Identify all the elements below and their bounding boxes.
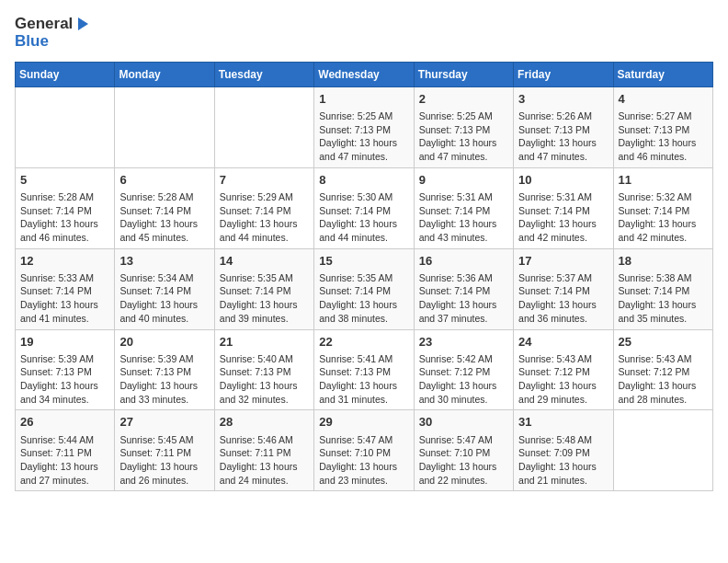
day-number: 22	[319, 334, 408, 350]
calendar-cell: 29Sunrise: 5:47 AM Sunset: 7:10 PM Dayli…	[314, 410, 414, 491]
header-row: SundayMondayTuesdayWednesdayThursdayFrid…	[16, 62, 713, 86]
calendar-cell: 19Sunrise: 5:39 AM Sunset: 7:13 PM Dayli…	[16, 329, 115, 410]
day-number: 6	[119, 172, 209, 189]
calendar-cell: 24Sunrise: 5:43 AM Sunset: 7:12 PM Dayli…	[514, 329, 613, 410]
header-day-thursday: Thursday	[414, 62, 513, 86]
calendar-cell: 23Sunrise: 5:42 AM Sunset: 7:12 PM Dayli…	[414, 329, 513, 410]
day-number: 11	[619, 172, 708, 189]
day-info: Sunrise: 5:35 AM Sunset: 7:14 PM Dayligh…	[220, 271, 309, 326]
page-header: General Blue	[15, 15, 713, 51]
calendar-body: 1Sunrise: 5:25 AM Sunset: 7:13 PM Daylig…	[16, 86, 713, 491]
day-info: Sunrise: 5:36 AM Sunset: 7:14 PM Dayligh…	[419, 271, 508, 326]
day-info: Sunrise: 5:33 AM Sunset: 7:14 PM Dayligh…	[20, 271, 109, 326]
calendar-cell: 28Sunrise: 5:46 AM Sunset: 7:11 PM Dayli…	[214, 410, 313, 491]
day-number: 24	[518, 334, 608, 350]
day-number: 16	[419, 253, 508, 270]
day-number: 21	[220, 334, 309, 350]
day-info: Sunrise: 5:45 AM Sunset: 7:11 PM Dayligh…	[119, 433, 209, 488]
calendar-cell: 4Sunrise: 5:27 AM Sunset: 7:13 PM Daylig…	[613, 86, 712, 167]
calendar-cell: 15Sunrise: 5:35 AM Sunset: 7:14 PM Dayli…	[314, 248, 414, 329]
calendar-cell: 21Sunrise: 5:40 AM Sunset: 7:13 PM Dayli…	[214, 329, 313, 410]
calendar-cell: 11Sunrise: 5:32 AM Sunset: 7:14 PM Dayli…	[613, 167, 712, 248]
day-info: Sunrise: 5:32 AM Sunset: 7:14 PM Dayligh…	[619, 190, 708, 245]
calendar-table: SundayMondayTuesdayWednesdayThursdayFrid…	[15, 62, 713, 492]
calendar-cell	[214, 86, 313, 167]
calendar-cell	[613, 410, 712, 491]
calendar-cell: 22Sunrise: 5:41 AM Sunset: 7:13 PM Dayli…	[314, 329, 414, 410]
calendar-cell: 9Sunrise: 5:31 AM Sunset: 7:14 PM Daylig…	[414, 167, 513, 248]
day-info: Sunrise: 5:28 AM Sunset: 7:14 PM Dayligh…	[119, 190, 209, 245]
day-number: 29	[319, 414, 408, 431]
day-info: Sunrise: 5:39 AM Sunset: 7:13 PM Dayligh…	[119, 352, 209, 407]
day-info: Sunrise: 5:43 AM Sunset: 7:12 PM Dayligh…	[518, 352, 608, 407]
day-number: 26	[20, 414, 109, 431]
calendar-cell: 3Sunrise: 5:26 AM Sunset: 7:13 PM Daylig…	[514, 86, 613, 167]
day-info: Sunrise: 5:34 AM Sunset: 7:14 PM Dayligh…	[119, 271, 209, 326]
calendar-cell: 17Sunrise: 5:37 AM Sunset: 7:14 PM Dayli…	[514, 248, 613, 329]
day-number: 25	[619, 334, 708, 350]
calendar-cell: 8Sunrise: 5:30 AM Sunset: 7:14 PM Daylig…	[314, 167, 414, 248]
calendar-cell: 7Sunrise: 5:29 AM Sunset: 7:14 PM Daylig…	[214, 167, 313, 248]
day-info: Sunrise: 5:39 AM Sunset: 7:13 PM Dayligh…	[20, 352, 109, 407]
day-info: Sunrise: 5:47 AM Sunset: 7:10 PM Dayligh…	[419, 433, 508, 488]
calendar-cell	[16, 86, 115, 167]
header-day-saturday: Saturday	[613, 62, 712, 86]
calendar-cell: 16Sunrise: 5:36 AM Sunset: 7:14 PM Dayli…	[414, 248, 513, 329]
calendar-cell: 30Sunrise: 5:47 AM Sunset: 7:10 PM Dayli…	[414, 410, 513, 491]
day-info: Sunrise: 5:31 AM Sunset: 7:14 PM Dayligh…	[419, 190, 508, 245]
day-info: Sunrise: 5:35 AM Sunset: 7:14 PM Dayligh…	[319, 271, 408, 326]
day-info: Sunrise: 5:28 AM Sunset: 7:14 PM Dayligh…	[20, 190, 109, 245]
logo: General Blue	[15, 15, 91, 51]
day-number: 4	[619, 91, 708, 108]
day-info: Sunrise: 5:47 AM Sunset: 7:10 PM Dayligh…	[319, 433, 408, 488]
day-number: 2	[419, 91, 508, 108]
day-number: 18	[619, 253, 708, 270]
day-number: 28	[220, 414, 309, 431]
day-number: 9	[419, 172, 508, 189]
header-day-wednesday: Wednesday	[314, 62, 414, 86]
day-number: 19	[20, 334, 109, 350]
logo-general: General	[15, 16, 73, 33]
day-info: Sunrise: 5:38 AM Sunset: 7:14 PM Dayligh…	[619, 271, 708, 326]
day-number: 30	[419, 414, 508, 431]
header-day-monday: Monday	[115, 62, 214, 86]
day-info: Sunrise: 5:42 AM Sunset: 7:12 PM Dayligh…	[419, 352, 508, 407]
calendar-cell: 6Sunrise: 5:28 AM Sunset: 7:14 PM Daylig…	[115, 167, 214, 248]
day-info: Sunrise: 5:44 AM Sunset: 7:11 PM Dayligh…	[20, 433, 109, 488]
day-info: Sunrise: 5:27 AM Sunset: 7:13 PM Dayligh…	[619, 109, 708, 164]
day-info: Sunrise: 5:40 AM Sunset: 7:13 PM Dayligh…	[220, 352, 309, 407]
day-number: 14	[220, 253, 309, 270]
day-number: 27	[119, 414, 209, 431]
day-info: Sunrise: 5:46 AM Sunset: 7:11 PM Dayligh…	[220, 433, 309, 488]
calendar-cell: 12Sunrise: 5:33 AM Sunset: 7:14 PM Dayli…	[16, 248, 115, 329]
calendar-header: SundayMondayTuesdayWednesdayThursdayFrid…	[16, 62, 713, 86]
day-info: Sunrise: 5:48 AM Sunset: 7:09 PM Dayligh…	[518, 433, 608, 488]
calendar-cell: 25Sunrise: 5:43 AM Sunset: 7:12 PM Dayli…	[613, 329, 712, 410]
calendar-cell: 26Sunrise: 5:44 AM Sunset: 7:11 PM Dayli…	[16, 410, 115, 491]
day-number: 10	[518, 172, 608, 189]
day-number: 1	[319, 91, 408, 108]
day-info: Sunrise: 5:25 AM Sunset: 7:13 PM Dayligh…	[419, 109, 508, 164]
calendar-cell: 31Sunrise: 5:48 AM Sunset: 7:09 PM Dayli…	[514, 410, 613, 491]
day-number: 7	[220, 172, 309, 189]
day-number: 8	[319, 172, 408, 189]
calendar-cell: 1Sunrise: 5:25 AM Sunset: 7:13 PM Daylig…	[314, 86, 414, 167]
day-number: 5	[20, 172, 109, 189]
svg-marker-0	[78, 17, 88, 30]
day-info: Sunrise: 5:41 AM Sunset: 7:13 PM Dayligh…	[319, 352, 408, 407]
day-info: Sunrise: 5:37 AM Sunset: 7:14 PM Dayligh…	[518, 271, 608, 326]
day-number: 3	[518, 91, 608, 108]
calendar-cell: 18Sunrise: 5:38 AM Sunset: 7:14 PM Dayli…	[613, 248, 712, 329]
calendar-cell: 13Sunrise: 5:34 AM Sunset: 7:14 PM Dayli…	[115, 248, 214, 329]
header-day-sunday: Sunday	[16, 62, 115, 86]
calendar-cell: 10Sunrise: 5:31 AM Sunset: 7:14 PM Dayli…	[514, 167, 613, 248]
calendar-week-4: 19Sunrise: 5:39 AM Sunset: 7:13 PM Dayli…	[16, 329, 713, 410]
day-number: 17	[518, 253, 608, 270]
day-info: Sunrise: 5:29 AM Sunset: 7:14 PM Dayligh…	[220, 190, 309, 245]
day-number: 20	[119, 334, 209, 350]
calendar-week-5: 26Sunrise: 5:44 AM Sunset: 7:11 PM Dayli…	[16, 410, 713, 491]
day-number: 31	[518, 414, 608, 431]
day-info: Sunrise: 5:43 AM Sunset: 7:12 PM Dayligh…	[619, 352, 708, 407]
calendar-week-2: 5Sunrise: 5:28 AM Sunset: 7:14 PM Daylig…	[16, 167, 713, 248]
calendar-cell: 14Sunrise: 5:35 AM Sunset: 7:14 PM Dayli…	[214, 248, 313, 329]
